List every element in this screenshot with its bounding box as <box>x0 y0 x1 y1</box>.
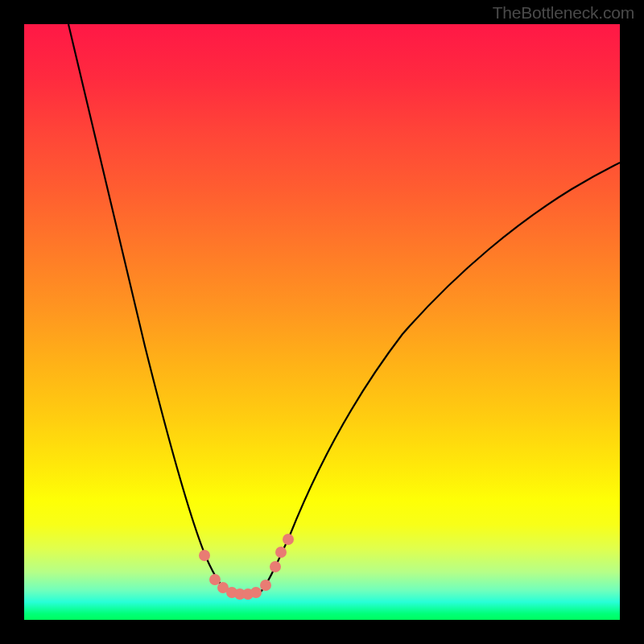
marker-dot <box>199 550 210 561</box>
marker-dot <box>270 561 281 572</box>
right-branch <box>259 163 620 593</box>
outer-frame: TheBottleneck.com <box>0 0 644 644</box>
marker-dot <box>209 574 221 585</box>
marker-dot <box>283 534 294 545</box>
marker-dot <box>250 587 262 598</box>
curve-overlay <box>24 24 620 620</box>
marker-dot <box>275 547 287 558</box>
plot-area <box>24 24 620 620</box>
marker-group <box>199 534 294 600</box>
left-branch <box>68 24 232 593</box>
watermark-text: TheBottleneck.com <box>493 3 634 23</box>
marker-dot <box>260 580 271 591</box>
